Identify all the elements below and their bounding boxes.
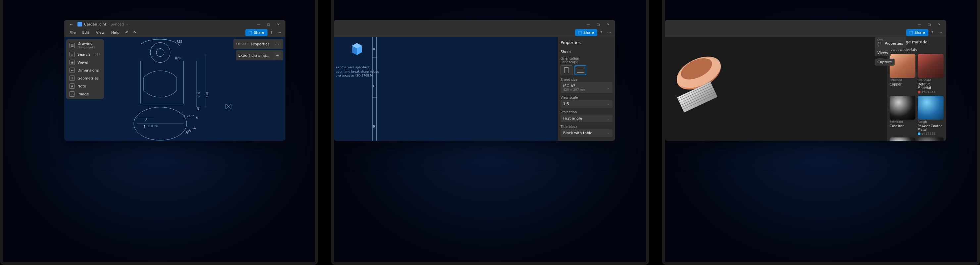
chevron-down-icon: ⌄ <box>607 117 610 120</box>
export-pill: Export drawing... ⇥ <box>236 50 283 60</box>
app-window-material: — ▢ ✕ ⬚ Share ? ⋯ <box>665 20 946 141</box>
app-window-drawing: ← Cardan joint · Synced ⌄ — ▢ ✕ File Edi… <box>64 20 285 141</box>
svg-text:20: 20 <box>197 107 200 111</box>
app-icon <box>78 22 82 27</box>
title-block-dropdown[interactable]: Block with table ⌄ <box>560 129 612 137</box>
svg-text:R20: R20 <box>175 57 180 60</box>
share-icon: ⬚ <box>249 30 252 35</box>
svg-text:D: D <box>373 125 375 128</box>
image-icon: ▭ <box>70 91 75 97</box>
more-button[interactable]: ⋯ <box>936 29 944 37</box>
svg-text:R35: R35 <box>177 40 182 43</box>
svg-text:100: 100 <box>197 92 200 97</box>
materials-grid: PolishedCopperStandardDefault Material#A… <box>889 54 943 141</box>
minimize-button[interactable]: — <box>584 21 593 28</box>
material-swatch[interactable]: RoughPowder Coated Metal#46B6EB <box>918 96 944 136</box>
view-scale-dropdown[interactable]: 1:3 ⌄ <box>560 100 612 108</box>
help-button[interactable]: ? <box>597 29 605 37</box>
monitor-middle: — ▢ ✕ ⬚ Share ? ⋯ <box>331 0 649 265</box>
search-icon: ⌕ <box>70 52 75 57</box>
menubar: ⬚ Share ? ⋯ <box>334 29 615 37</box>
chevron-down-icon[interactable]: ⌄ <box>126 22 129 26</box>
note-icon: A <box>70 83 75 89</box>
chevron-down-icon: ⌄ <box>607 86 610 89</box>
menu-help[interactable]: Help <box>108 29 123 36</box>
monitor-right: — ▢ ✕ ⬚ Share ? ⋯ <box>662 0 980 265</box>
properties-panel: Properties Sheet Orientation Landscape S… <box>558 37 615 141</box>
share-button[interactable]: ⬚ Share <box>245 29 267 36</box>
material-swatch[interactable] <box>889 137 916 141</box>
panel-title: Properties <box>560 40 612 45</box>
export-button[interactable]: ⇥ <box>274 52 281 59</box>
views-pill: Views <box>875 49 891 56</box>
help-button[interactable]: ? <box>928 29 936 37</box>
title-status: · Synced <box>108 22 124 27</box>
tool-panel: ▦ Drawing Flange yoke ⌕ Search Ctrl F ◉ … <box>66 39 104 99</box>
maximize-button[interactable]: ▢ <box>264 21 273 28</box>
share-button[interactable]: ⬚ Share <box>906 29 928 36</box>
titlebar: — ▢ ✕ <box>334 20 615 29</box>
material-swatch[interactable] <box>918 137 944 141</box>
chevron-down-icon: ⌄ <box>607 131 610 135</box>
back-button[interactable]: ← <box>67 21 75 28</box>
tool-dimensions[interactable]: ↔ Dimensions <box>68 67 102 74</box>
minimize-button[interactable]: — <box>254 21 263 28</box>
svg-text:5: 5 <box>196 116 198 120</box>
menubar: ⬚ Share ? ⋯ <box>665 29 946 37</box>
help-button[interactable]: ? <box>267 29 275 37</box>
share-button[interactable]: ⬚ Share <box>575 29 597 36</box>
section-sheet: Sheet <box>560 49 612 54</box>
orientation-landscape[interactable] <box>574 65 586 75</box>
monitor-left: ← Cardan joint · Synced ⌄ — ▢ ✕ File Edi… <box>0 0 318 265</box>
close-button[interactable]: ✕ <box>604 21 612 28</box>
properties-button[interactable]: ▭ <box>274 40 281 48</box>
menubar: File Edit View Help ↶ ↷ ⬚ Share ? ⋯ <box>64 29 285 37</box>
share-icon: ⬚ <box>910 30 913 35</box>
tool-drawing[interactable]: ▦ Drawing Flange yoke <box>68 40 102 50</box>
menu-edit[interactable]: Edit <box>79 29 92 36</box>
tool-views[interactable]: ◉ Views <box>68 59 102 66</box>
dimensions-icon: ↔ <box>70 67 75 73</box>
svg-text:B: B <box>373 48 375 51</box>
views-icon: ◉ <box>70 60 75 65</box>
material-swatch[interactable]: StandardDefault Material#A74C44 <box>918 54 944 94</box>
menu-file[interactable]: File <box>66 29 79 36</box>
more-button[interactable]: ⋯ <box>275 29 283 37</box>
properties-pill: Ctrl Alt P Properties ▭ <box>234 39 283 49</box>
svg-text:3 ×45°: 3 ×45° <box>183 115 194 118</box>
capture-pill: Capture <box>875 59 894 65</box>
share-icon: ⬚ <box>578 30 582 35</box>
redo-button[interactable]: ↷ <box>131 29 139 37</box>
geometries-icon: ⦀ <box>70 75 75 81</box>
svg-text:ϕ 110 h6: ϕ 110 h6 <box>144 125 158 128</box>
tool-geometries[interactable]: ⦀ Geometries <box>68 75 102 82</box>
close-button[interactable]: ✕ <box>935 21 943 28</box>
maximize-button[interactable]: ▢ <box>594 21 603 28</box>
svg-text:120: 120 <box>205 92 209 97</box>
minimize-button[interactable]: — <box>915 21 924 28</box>
tool-note[interactable]: A Note <box>68 83 102 90</box>
material-panel: ← Change material Used materials Polishe… <box>887 37 946 141</box>
drawing-canvas-right[interactable]: ss otherwise specified: eburr and break … <box>334 37 558 141</box>
tool-image[interactable]: ▭ Image <box>68 91 102 98</box>
close-button[interactable]: ✕ <box>274 21 283 28</box>
orientation-portrait[interactable] <box>560 65 573 75</box>
properties-pill: Ctrl Alt P Properties <box>875 37 906 49</box>
title-app: Cardan joint <box>84 22 106 27</box>
chevron-down-icon: ⌄ <box>607 102 610 106</box>
app-window-properties: — ▢ ✕ ⬚ Share ? ⋯ <box>334 20 615 141</box>
titlebar: ← Cardan joint · Synced ⌄ — ▢ ✕ <box>64 20 285 29</box>
layers-icon: ▦ <box>70 43 75 48</box>
undo-button[interactable]: ↶ <box>123 29 131 37</box>
3d-viewport[interactable]: Ctrl Alt P Properties ▭ Views ⚙ Capture … <box>665 37 887 141</box>
sheet-size-dropdown[interactable]: ISO A3 420 × 297 mm ⌄ <box>560 82 612 93</box>
titlebar: — ▢ ✕ <box>665 20 946 29</box>
material-swatch[interactable]: StandardCast Iron <box>889 96 916 136</box>
svg-text:C: C <box>373 85 375 88</box>
tool-search[interactable]: ⌕ Search Ctrl F <box>68 51 102 58</box>
maximize-button[interactable]: ▢ <box>925 21 934 28</box>
svg-text:A: A <box>145 118 147 121</box>
more-button[interactable]: ⋯ <box>605 29 613 37</box>
projection-dropdown[interactable]: First angle ⌄ <box>560 115 612 122</box>
menu-view[interactable]: View <box>93 29 108 36</box>
